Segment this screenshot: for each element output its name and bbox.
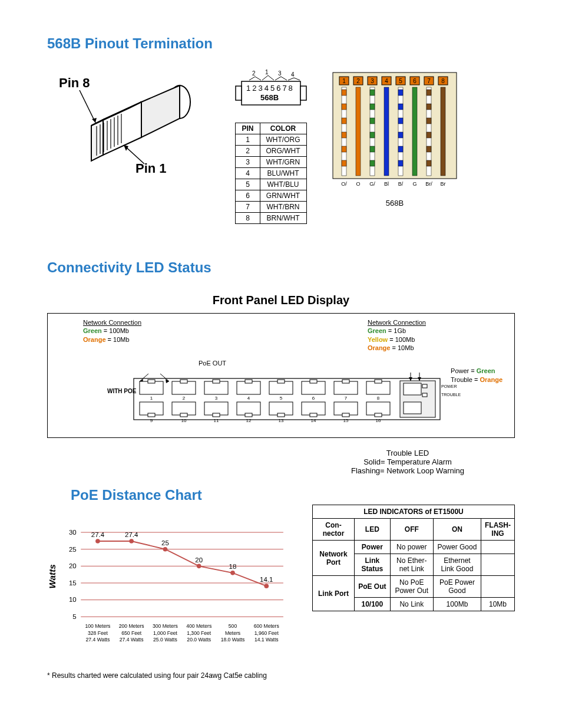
svg-rect-57 — [398, 104, 403, 110]
svg-rect-102 — [310, 380, 317, 383]
svg-text:7: 7 — [427, 78, 431, 84]
svg-text:Meters: Meters — [225, 630, 240, 636]
led-indicators-table: LED INDICATORS of ET1500U Con- nector LE… — [312, 505, 515, 611]
svg-text:3: 3 — [215, 396, 218, 401]
section-title-led: Connectivity LED Status — [47, 259, 515, 276]
svg-text:25: 25 — [161, 539, 169, 546]
svg-text:20: 20 — [69, 562, 77, 569]
poe-chart: Watts 30 25 20 15 10 5 — [47, 521, 295, 662]
svg-text:14.1: 14.1 — [260, 576, 273, 583]
svg-text:1: 1 — [342, 78, 346, 84]
svg-rect-129 — [342, 413, 349, 417]
svg-text:PoE OUT: PoE OUT — [199, 361, 226, 367]
svg-rect-51 — [370, 132, 375, 138]
svg-text:1,300 Feet: 1,300 Feet — [187, 630, 211, 636]
svg-rect-22 — [333, 73, 457, 179]
svg-rect-136 — [404, 402, 421, 414]
trouble-led-note: Trouble LED Solid= Temperature Alarm Fla… — [300, 449, 515, 475]
svg-text:27.4: 27.4 — [91, 531, 105, 538]
legend-power-trouble: Power = Green Trouble = Orange — [451, 367, 503, 385]
svg-rect-45 — [342, 160, 346, 166]
svg-rect-87 — [148, 380, 155, 383]
legend-left: Network Connection Green = 100Mb Orange … — [83, 318, 141, 344]
svg-rect-64 — [427, 90, 431, 95]
svg-text:14.1 Watts: 14.1 Watts — [254, 637, 279, 643]
svg-text:WITH POE: WITH POE — [107, 388, 137, 394]
svg-rect-60 — [398, 146, 403, 152]
svg-rect-53 — [370, 160, 375, 166]
svg-text:568B: 568B — [260, 93, 279, 102]
connector-diagram: Pin 8 Pin 1 — [47, 70, 212, 224]
svg-rect-132 — [375, 413, 382, 417]
svg-text:9: 9 — [150, 418, 153, 423]
svg-rect-111 — [148, 413, 155, 417]
svg-text:Bl: Bl — [384, 181, 389, 187]
front-panel-box: Network Connection Green = 100Mb Orange … — [47, 313, 515, 438]
svg-rect-120 — [245, 413, 252, 417]
svg-point-162 — [230, 571, 235, 575]
svg-text:27.4 Watts: 27.4 Watts — [120, 637, 144, 643]
svg-text:18: 18 — [229, 563, 237, 570]
svg-marker-142 — [409, 377, 412, 381]
svg-rect-58 — [398, 118, 403, 124]
svg-text:14: 14 — [311, 418, 316, 423]
svg-rect-49 — [370, 104, 375, 110]
svg-rect-114 — [180, 413, 187, 417]
svg-line-81 — [140, 374, 148, 381]
svg-rect-61 — [398, 160, 403, 166]
svg-rect-126 — [310, 413, 317, 417]
pin8-label: Pin 8 — [59, 75, 90, 90]
svg-rect-65 — [427, 104, 431, 110]
svg-text:12: 12 — [246, 418, 252, 423]
svg-text:3: 3 — [278, 70, 282, 77]
wire-color-diagram: 1 2 3 4 5 6 7 8 — [330, 70, 459, 224]
svg-text:650 Feet: 650 Feet — [121, 630, 141, 636]
svg-rect-43 — [342, 132, 346, 138]
svg-text:6: 6 — [413, 78, 416, 84]
svg-text:1: 1 — [265, 70, 269, 75]
svg-text:O: O — [356, 181, 360, 187]
svg-text:Watts: Watts — [47, 564, 57, 588]
pinout-row: Pin 8 Pin 1 — [47, 70, 515, 224]
svg-rect-105 — [342, 380, 349, 383]
legend-right: Network Connection Green = 1Gb Yellow = … — [368, 318, 426, 352]
svg-text:20.0 Watts: 20.0 Watts — [187, 637, 211, 643]
svg-rect-42 — [342, 118, 346, 124]
svg-text:27.4: 27.4 — [125, 531, 138, 538]
svg-text:400 Meters: 400 Meters — [186, 623, 211, 629]
svg-rect-48 — [370, 90, 375, 95]
svg-text:7: 7 — [345, 396, 348, 401]
svg-rect-96 — [245, 380, 252, 383]
svg-rect-67 — [427, 132, 431, 138]
svg-text:11: 11 — [214, 418, 219, 423]
svg-rect-18 — [236, 86, 242, 100]
svg-rect-56 — [398, 90, 403, 95]
section-title-poe: PoE Distance Chart — [71, 487, 295, 503]
svg-rect-68 — [427, 146, 431, 152]
svg-text:20: 20 — [195, 556, 203, 564]
svg-text:2: 2 — [252, 70, 256, 77]
svg-rect-70 — [441, 87, 445, 176]
svg-text:2: 2 — [356, 78, 360, 84]
svg-rect-19 — [300, 86, 306, 100]
svg-text:300 Meters: 300 Meters — [153, 623, 178, 629]
svg-text:15: 15 — [69, 579, 77, 587]
svg-text:1: 1 — [150, 396, 153, 401]
svg-marker-10 — [92, 118, 97, 123]
svg-text:O/: O/ — [341, 181, 347, 187]
jack-and-table: 2 1 3 4 12345678 568B PINCOLOR 1WHT/ORG … — [230, 70, 312, 224]
svg-text:600 Meters: 600 Meters — [254, 623, 279, 629]
svg-rect-62 — [412, 87, 417, 176]
svg-text:TROUBLE: TROUBLE — [441, 393, 461, 397]
pin-color-table: PINCOLOR 1WHT/ORG 2ORG/WHT 3WHT/GRN 4BLU… — [235, 123, 306, 224]
svg-text:4: 4 — [291, 71, 295, 78]
svg-rect-50 — [370, 118, 375, 124]
svg-point-163 — [264, 584, 269, 588]
svg-text:500: 500 — [229, 623, 237, 629]
svg-text:5: 5 — [280, 396, 283, 401]
svg-rect-66 — [427, 118, 431, 124]
svg-marker-12 — [124, 145, 128, 151]
svg-text:3: 3 — [371, 78, 374, 84]
svg-rect-99 — [277, 380, 285, 383]
svg-text:10: 10 — [181, 418, 187, 423]
